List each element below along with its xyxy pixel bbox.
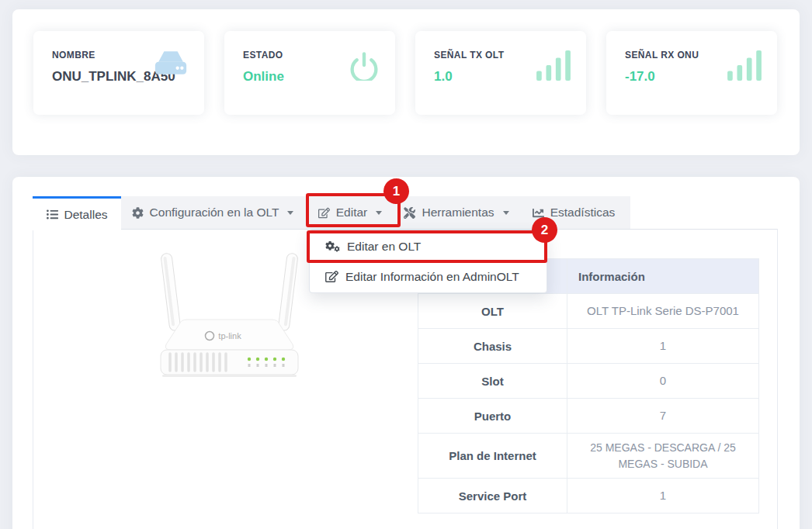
menu-item-label: Editar en OLT — [347, 240, 421, 254]
row-label: Chasis — [418, 329, 567, 364]
table-row: Plan de Internet 25 MEGAS - DESCARGA / 2… — [418, 434, 759, 479]
power-icon — [349, 50, 380, 81]
menu-item-editar-en-olt[interactable]: Editar en OLT — [310, 231, 547, 261]
row-label: Puerto — [418, 399, 567, 434]
row-value: OLT TP-Link Serie DS-P7001 — [567, 294, 759, 329]
table-row: Puerto 7 — [418, 399, 759, 434]
table-row: Service Port 1 — [418, 479, 759, 513]
tab-detalles[interactable]: Detalles — [33, 196, 121, 230]
menu-item-editar-informacion-adminolt[interactable]: Editar Información en AdminOLT — [310, 261, 547, 292]
row-label: Slot — [418, 364, 567, 399]
annotation-step-1-badge: 1 — [383, 178, 409, 204]
cogs-icon — [325, 240, 340, 252]
table-row: OLT OLT TP-Link Serie DS-P7001 — [418, 294, 759, 329]
stat-card-nombre: NOMBRE ONU_TPLINK_8A50 — [33, 31, 204, 115]
table-header-informacion: Información — [567, 259, 759, 294]
info-table: Información OLT OLT TP-Link Serie DS-P70… — [418, 258, 759, 513]
tab-label: Configuración en la OLT — [150, 206, 279, 220]
svg-text:tp-link: tp-link — [218, 331, 241, 341]
caret-down-icon — [503, 211, 509, 215]
menu-item-label: Editar Información en AdminOLT — [345, 270, 519, 284]
stat-card-senal-rx-onu: SEÑAL RX ONU -17.0 — [606, 31, 777, 115]
editar-dropdown-menu: Editar en OLT Editar Información en Admi… — [309, 230, 547, 293]
tab-label: Estadísticas — [550, 206, 616, 220]
tab-label: Editar — [336, 206, 368, 220]
row-value: 0 — [567, 364, 759, 399]
router-icon — [153, 50, 189, 78]
row-value: 1 — [567, 479, 759, 513]
signal-bars-icon — [536, 50, 571, 81]
edit-icon — [318, 207, 330, 219]
row-label: Plan de Internet — [418, 434, 567, 479]
signal-bars-icon — [727, 50, 762, 81]
tools-icon — [404, 207, 415, 219]
tab-configuracion-en-la-olt[interactable]: Configuración en la OLT — [121, 196, 304, 229]
row-value: 1 — [567, 329, 759, 364]
stats-row: NOMBRE ONU_TPLINK_8A50 ESTADO Online — [12, 9, 800, 115]
onu-product-image: tp-link — [150, 250, 313, 378]
annotation-step-2-badge: 2 — [532, 217, 557, 243]
caret-down-icon — [376, 211, 382, 215]
caret-down-icon — [287, 211, 293, 215]
gear-icon — [132, 207, 144, 219]
edit-icon — [325, 271, 338, 282]
tab-label: Herramientas — [422, 206, 494, 220]
row-label: Service Port — [418, 479, 567, 513]
stat-card-senal-tx-olt: SEÑAL TX OLT 1.0 — [415, 31, 586, 115]
list-icon — [47, 209, 58, 220]
tab-label: Detalles — [64, 208, 108, 222]
row-value: 7 — [567, 399, 759, 434]
tab-editar[interactable]: Editar — [304, 196, 396, 229]
row-value: 25 MEGAS - DESCARGA / 25 MEGAS - SUBIDA — [567, 434, 759, 479]
stat-card-estado: ESTADO Online — [224, 31, 395, 115]
row-label: OLT — [418, 294, 567, 329]
stats-panel: NOMBRE ONU_TPLINK_8A50 ESTADO Online — [12, 9, 800, 155]
table-row: Slot 0 — [418, 364, 759, 399]
table-row: Chasis 1 — [418, 329, 759, 364]
tab-herramientas[interactable]: Herramientas — [396, 196, 517, 229]
